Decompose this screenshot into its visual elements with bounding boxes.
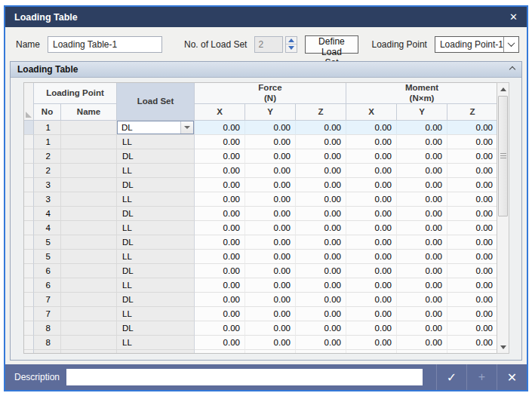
cell-load-set[interactable]: LL — [117, 336, 195, 350]
cell-moment-x[interactable]: 0.00 — [346, 336, 397, 350]
header-force[interactable]: Force (N) — [195, 83, 346, 104]
cell-moment-x[interactable]: 0.00 — [346, 135, 397, 149]
cell-moment-y[interactable]: 0.00 — [397, 221, 447, 235]
cell-no[interactable]: 1 — [34, 135, 61, 149]
cell-moment-y[interactable]: 0.00 — [397, 149, 447, 164]
cell-name[interactable] — [61, 278, 117, 293]
cell-force-x[interactable]: 0.00 — [195, 149, 245, 164]
cell-moment-y[interactable]: 0.00 — [397, 278, 447, 293]
cell-moment-x[interactable]: 0.00 — [346, 149, 397, 164]
cell-name[interactable] — [61, 164, 117, 178]
cell-force-y[interactable]: 0.00 — [245, 321, 296, 336]
cell-load-set[interactable]: DL — [117, 207, 195, 221]
cell-no[interactable]: 1 — [34, 121, 61, 135]
cell-force-x[interactable]: 0.00 — [195, 278, 245, 293]
header-force-y[interactable]: Y — [245, 104, 296, 121]
cell-name[interactable] — [61, 293, 117, 307]
cell-force-x[interactable]: 0.00 — [195, 293, 245, 307]
cell-no[interactable]: 4 — [34, 221, 61, 235]
cell-force-z[interactable]: 0.00 — [296, 250, 346, 264]
cell-load-set[interactable]: LL — [117, 278, 195, 293]
close-icon[interactable]: ✕ — [509, 12, 518, 22]
cell-moment-z[interactable]: 0.00 — [447, 307, 497, 321]
confirm-button[interactable]: ✓ — [437, 364, 466, 390]
row-selector[interactable] — [24, 293, 34, 307]
load-set-dropdown-button[interactable] — [180, 121, 193, 134]
cell-moment-z[interactable]: 0.00 — [447, 121, 497, 135]
cell-name[interactable] — [61, 178, 117, 192]
cell-load-set[interactable]: LL — [117, 164, 195, 178]
group-header[interactable]: Loading Table — [11, 62, 521, 78]
header-moment-x[interactable]: X — [346, 104, 397, 121]
row-selector[interactable] — [24, 350, 34, 353]
cell-moment-y[interactable]: 0.00 — [397, 264, 447, 278]
cell-moment-y[interactable]: 0.00 — [397, 192, 447, 207]
row-selector[interactable] — [24, 164, 34, 178]
header-load-set[interactable]: Load Set — [117, 83, 195, 121]
cell-moment-z[interactable]: 0.00 — [447, 192, 497, 207]
cell-no[interactable]: 7 — [34, 307, 61, 321]
add-button[interactable]: + — [467, 364, 497, 390]
cell-force-z[interactable]: 0.00 — [296, 178, 346, 192]
header-force-x[interactable]: X — [195, 104, 245, 121]
row-selector[interactable] — [24, 207, 34, 221]
cell-force-x[interactable]: 0.00 — [195, 307, 245, 321]
load-set-combobox[interactable]: DL — [117, 121, 194, 134]
cell-no[interactable]: 8 — [34, 321, 61, 336]
row-selector[interactable] — [24, 135, 34, 149]
row-selector[interactable] — [24, 221, 34, 235]
cell-value[interactable] — [296, 350, 346, 353]
cell-moment-x[interactable]: 0.00 — [346, 293, 397, 307]
name-input[interactable] — [48, 36, 162, 53]
cell-name[interactable] — [61, 336, 117, 350]
cell-name[interactable] — [61, 235, 117, 250]
cell-moment-y[interactable]: 0.00 — [397, 336, 447, 350]
cell-moment-z[interactable]: 0.00 — [447, 264, 497, 278]
cell-force-y[interactable]: 0.00 — [245, 149, 296, 164]
cell-moment-x[interactable]: 0.00 — [346, 178, 397, 192]
cell-moment-z[interactable]: 0.00 — [447, 207, 497, 221]
header-moment[interactable]: Moment (N×m) — [346, 83, 497, 104]
cell-moment-x[interactable]: 0.00 — [346, 235, 397, 250]
loading-point-dropdown-button[interactable] — [503, 37, 518, 52]
cell-force-z[interactable]: 0.00 — [296, 207, 346, 221]
cell-moment-y[interactable]: 0.00 — [397, 235, 447, 250]
header-name[interactable]: Name — [61, 104, 117, 121]
cell-force-x[interactable]: 0.00 — [195, 164, 245, 178]
row-selector[interactable] — [24, 336, 34, 350]
cell-moment-y[interactable]: 0.00 — [397, 135, 447, 149]
cell-no[interactable]: 2 — [34, 164, 61, 178]
cell-force-x[interactable]: 0.00 — [195, 135, 245, 149]
cell-force-z[interactable]: 0.00 — [296, 121, 346, 135]
scrollbar-thumb[interactable] — [498, 96, 508, 216]
cell-value[interactable] — [245, 350, 296, 353]
cell-no[interactable]: 3 — [34, 192, 61, 207]
cell-force-x[interactable]: 0.00 — [195, 250, 245, 264]
cell-moment-z[interactable]: 0.00 — [447, 293, 497, 307]
cell-force-x[interactable]: 0.00 — [195, 264, 245, 278]
row-selector[interactable] — [24, 321, 34, 336]
define-load-set-button[interactable]: Define Load Set — [305, 35, 358, 54]
cell-no[interactable]: 5 — [34, 235, 61, 250]
scrollbar-track[interactable] — [497, 95, 509, 341]
spinner-up-button[interactable] — [286, 37, 297, 45]
cell-force-y[interactable]: 0.00 — [245, 121, 296, 135]
cell-name[interactable] — [61, 307, 117, 321]
cell-name[interactable] — [61, 149, 117, 164]
cell-name[interactable] — [61, 250, 117, 264]
cell-moment-x[interactable]: 0.00 — [346, 121, 397, 135]
cell-load-set[interactable]: DL — [117, 235, 195, 250]
header-no[interactable]: No — [34, 104, 61, 121]
header-moment-y[interactable]: Y — [397, 104, 447, 121]
cell-force-y[interactable]: 0.00 — [245, 250, 296, 264]
cell-force-z[interactable]: 0.00 — [296, 221, 346, 235]
cell-force-z[interactable]: 0.00 — [296, 164, 346, 178]
scroll-up-button[interactable] — [497, 83, 509, 95]
cell-force-y[interactable]: 0.00 — [245, 293, 296, 307]
cell-moment-z[interactable]: 0.00 — [447, 164, 497, 178]
cell-load-set[interactable]: LL — [117, 192, 195, 207]
cell-force-z[interactable]: 0.00 — [296, 307, 346, 321]
cell-moment-z[interactable]: 0.00 — [447, 250, 497, 264]
cell-moment-y[interactable]: 0.00 — [397, 164, 447, 178]
cell-value[interactable] — [346, 350, 397, 353]
